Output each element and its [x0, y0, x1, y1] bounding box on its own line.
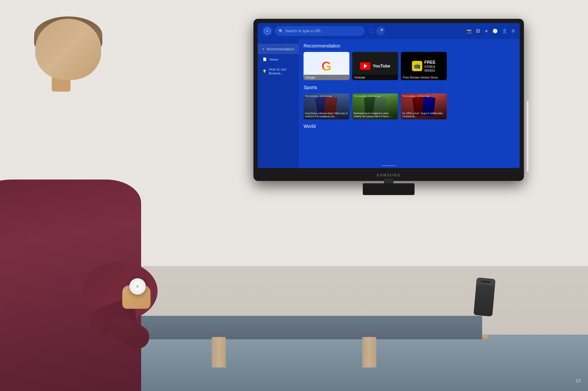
freestream-logo-icon: 📺 [412, 61, 423, 71]
fullscreen-icon[interactable]: ⛶ [369, 29, 374, 34]
floor [0, 335, 588, 391]
google-card[interactable]: G Google [304, 52, 349, 80]
tv-screen: 🔍 Search or type a URL ⛶ 🎤 📷 🖼 ★ 🕐 👤 [258, 23, 520, 168]
sports-card-3-source: The Guardian · 15 hours ago [402, 95, 430, 97]
sidebar-item-news[interactable]: 📄 News [258, 54, 299, 64]
freestream-card-label: Free Movies-Global Strea [401, 75, 447, 80]
sports-cards: The Guardian · 15 hours ago Unai Emery c… [304, 94, 515, 119]
browser-topbar: 🔍 Search or type a URL ⛶ 🎤 📷 🖼 ★ 🕐 👤 [258, 23, 520, 39]
freestream-content: 📺 FREE STREA WEBSI [412, 60, 436, 72]
recommendation-icon: ● [263, 47, 264, 51]
recommendation-title: Recommendation [304, 43, 515, 49]
toolbar-icons: 📷 🖼 ★ 🕐 👤 ⚙ [467, 28, 515, 34]
scroll-indicator [382, 165, 396, 166]
tv-cable [527, 101, 529, 172]
sports-card-1-source: The Guardian · 15 hours ago [305, 95, 332, 97]
settings-icon[interactable]: ⚙ [511, 28, 515, 34]
recommendation-cards: G Google YouTube Youtube [304, 52, 515, 80]
watermark: 10 [575, 378, 581, 384]
news-icon: 📄 [263, 57, 267, 62]
sidebar-item-how-to[interactable]: 💡 How to use Browse... [258, 64, 299, 78]
profile-icon[interactable]: 👤 [502, 28, 507, 34]
sports-card-1-text: Unai Emery criticises Aston Villa's loss… [305, 112, 348, 118]
search-input: Search or type a URL [285, 29, 361, 33]
freestream-card[interactable]: 📺 FREE STREA WEBSI Free Movies-Global St… [401, 52, 447, 80]
sports-card-2-text: Borthwick backs England to claim unlikel… [354, 112, 397, 118]
browser-interface: 🔍 Search or type a URL ⛶ 🎤 📷 🖼 ★ 🕐 👤 [258, 23, 520, 168]
youtube-play-button [360, 62, 370, 70]
sidebar-label-recommendation: Recommendation [267, 47, 294, 51]
shelf-body [106, 316, 482, 339]
world-title: World [304, 124, 515, 129]
youtube-text: YouTube [373, 64, 390, 69]
sidebar-label-howto: How to use Browse... [269, 67, 294, 75]
youtube-card[interactable]: YouTube Youtube [352, 52, 398, 80]
tv-set: 🔍 Search or type a URL ⛶ 🎤 📷 🖼 ★ 🕐 👤 [254, 19, 524, 181]
how-to-icon: 💡 [263, 69, 267, 74]
freestream-free-text: FREE [424, 60, 436, 65]
search-bar[interactable]: 🔍 Search or type a URL [275, 26, 365, 36]
youtube-play-triangle [364, 64, 367, 68]
youtube-card-label: Youtube [352, 75, 398, 80]
shelf-remote-control [473, 278, 496, 316]
shelf-leg-right [362, 337, 376, 368]
sports-title: Sports [304, 85, 515, 90]
mic-icon[interactable]: 🎤 [376, 26, 385, 35]
sports-section: Sports [304, 85, 515, 119]
google-card-label: Google [304, 75, 349, 80]
browser-content-area: Recommendation G Google [299, 39, 520, 168]
sports-card-3-text: It's 100% a foul!: Jürgen K baffled afte… [402, 112, 445, 118]
plant [92, 279, 129, 316]
sidebar-label-news: News [270, 57, 279, 61]
sports-card-2[interactable]: The Guardian · 15 hours ago Borthwick ba… [352, 94, 398, 119]
browser-logo[interactable] [263, 26, 272, 36]
recommendation-section: Recommendation G Google [304, 43, 515, 80]
search-icon: 🔍 [279, 29, 284, 33]
history-icon[interactable]: 🕐 [492, 28, 498, 34]
google-logo: G [321, 59, 331, 73]
sports-card-3[interactable]: The Guardian · 15 hours ago It's 100% a … [401, 94, 447, 119]
browser-sidebar: ● Recommendation 📄 News 💡 How to use Bro… [258, 39, 299, 168]
freestream-texts: FREE STREA WEBSI [424, 60, 436, 72]
world-section: World [304, 124, 515, 129]
tv-stand-base [363, 183, 415, 195]
image-icon[interactable]: 🖼 [476, 29, 480, 34]
bookmark-icon[interactable]: ★ [484, 28, 488, 34]
tv-brand-label: SAMSUNG [377, 173, 401, 177]
freestream-webs-text: WEBSI [424, 69, 436, 72]
shelf-leg-left [212, 337, 226, 368]
browser-main-content: ● Recommendation 📄 News 💡 How to use Bro… [258, 39, 520, 168]
sidebar-item-recommendation[interactable]: ● Recommendation [258, 44, 299, 54]
sports-card-2-source: The Guardian · 15 hours ago [354, 95, 381, 97]
camera-icon[interactable]: 📷 [467, 28, 472, 34]
sports-card-1[interactable]: The Guardian · 15 hours ago Unai Emery c… [304, 94, 349, 119]
freestream-stream-text: STREA [424, 65, 436, 69]
